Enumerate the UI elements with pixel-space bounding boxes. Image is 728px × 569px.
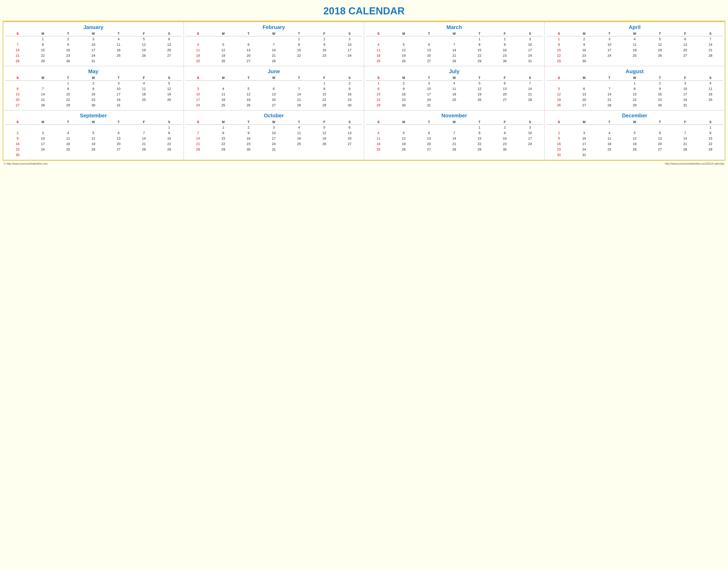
day-cell: 19	[157, 91, 182, 97]
day-cell: 27	[416, 58, 442, 64]
day-cell: 15	[622, 91, 647, 97]
day-cell: 11	[186, 47, 211, 53]
day-cell: 26	[131, 53, 157, 58]
day-cell: 24	[517, 141, 543, 147]
day-cell: 20	[492, 91, 517, 97]
day-cell: 4	[366, 42, 391, 47]
day-cell: 7	[442, 42, 467, 47]
day-cell: 19	[647, 47, 673, 53]
day-cell: 10	[597, 42, 622, 47]
day-cell: 4	[286, 125, 312, 130]
day-cell: 5	[312, 125, 337, 130]
day-header: S	[698, 76, 723, 81]
day-cell: 20	[416, 53, 442, 58]
day-cell: 21	[131, 141, 157, 147]
day-cell	[597, 125, 622, 130]
day-cell	[30, 81, 56, 86]
day-header: T	[597, 120, 622, 125]
day-cell: 31	[106, 102, 131, 108]
day-cell: 11	[597, 136, 622, 141]
day-cell	[622, 125, 647, 130]
day-cell: 26	[647, 53, 673, 58]
day-cell: 1	[467, 125, 492, 130]
day-grid: SMTWTFS 12345678910111213141516171819202…	[366, 120, 543, 152]
day-header: W	[442, 31, 467, 36]
day-cell: 17	[416, 91, 442, 97]
month-block-august: AugustSMTWTFS 12345678910111213141516171…	[545, 66, 725, 110]
day-cell: 5	[81, 130, 106, 136]
day-cell: 20	[261, 97, 286, 102]
day-cell	[698, 102, 723, 108]
day-cell	[442, 102, 467, 108]
day-grid: SMTWTFS 12345678910111213141516171819202…	[546, 120, 723, 158]
day-cell: 21	[517, 91, 543, 97]
day-cell: 12	[131, 42, 157, 47]
day-cell: 9	[312, 42, 337, 47]
day-cell: 18	[366, 53, 391, 58]
day-cell: 15	[30, 47, 56, 53]
day-cell: 11	[286, 130, 312, 136]
day-cell: 15	[157, 136, 182, 141]
day-cell: 21	[5, 53, 30, 58]
day-cell: 2	[571, 36, 597, 42]
day-cell: 13	[492, 86, 517, 91]
day-cell: 8	[622, 86, 647, 91]
day-cell: 16	[571, 47, 597, 53]
day-cell: 15	[467, 136, 492, 141]
footer-left: © http://www.yourmomhatesthis.com	[4, 162, 48, 165]
day-cell: 13	[261, 91, 286, 97]
day-header: M	[30, 76, 56, 81]
day-cell: 24	[673, 97, 698, 102]
day-cell: 27	[673, 53, 698, 58]
month-block-november: NovemberSMTWTFS 123456789101112131415161…	[364, 110, 545, 160]
day-cell	[131, 58, 157, 64]
day-cell: 7	[186, 130, 211, 136]
day-header: M	[571, 76, 597, 81]
day-header: S	[337, 76, 362, 81]
day-cell: 10	[416, 86, 442, 91]
day-cell: 30	[236, 147, 261, 152]
day-cell: 5	[622, 130, 647, 136]
day-cell: 31	[261, 147, 286, 152]
day-grid: SMTWTFS123456789101112131415161718192021…	[546, 31, 723, 64]
day-cell: 24	[517, 53, 543, 58]
day-cell: 18	[442, 91, 467, 97]
day-cell	[5, 36, 30, 42]
day-cell: 26	[211, 58, 236, 64]
day-grid: SMTWTFS 12345678910111213141516171819202…	[5, 120, 182, 158]
day-cell: 17	[571, 141, 597, 147]
day-cell: 1	[157, 125, 182, 130]
day-cell: 29	[467, 147, 492, 152]
day-cell: 24	[337, 53, 362, 58]
day-cell	[698, 58, 723, 64]
day-cell: 18	[211, 97, 236, 102]
month-name: January	[5, 24, 182, 30]
day-cell: 2	[236, 125, 261, 130]
day-cell: 23	[81, 97, 106, 102]
day-cell: 3	[517, 125, 543, 130]
day-cell: 3	[337, 36, 362, 42]
day-cell: 2	[492, 125, 517, 130]
day-cell: 10	[673, 86, 698, 91]
day-cell	[261, 81, 286, 86]
day-cell: 28	[517, 97, 543, 102]
day-cell: 26	[236, 102, 261, 108]
day-cell: 17	[517, 136, 543, 141]
day-cell	[55, 152, 81, 158]
day-grid: SMTWTFS 12345678910111213141516171819202…	[546, 76, 723, 108]
day-cell: 22	[55, 97, 81, 102]
month-name: May	[5, 68, 182, 74]
day-cell: 22	[30, 53, 56, 58]
day-cell: 3	[186, 86, 211, 91]
day-header: S	[5, 76, 30, 81]
day-cell: 13	[416, 136, 442, 141]
day-cell: 7	[517, 81, 543, 86]
day-header: S	[5, 31, 30, 36]
day-cell	[546, 81, 572, 86]
month-block-june: JuneSMTWTFS 1234567891011121314151617181…	[184, 66, 364, 110]
day-header: M	[391, 120, 417, 125]
day-header: W	[622, 120, 647, 125]
footer-right: http://www.yourmomhatesthis.com/2018-cal…	[665, 162, 724, 165]
day-cell: 11	[55, 136, 81, 141]
day-cell: 16	[647, 91, 673, 97]
